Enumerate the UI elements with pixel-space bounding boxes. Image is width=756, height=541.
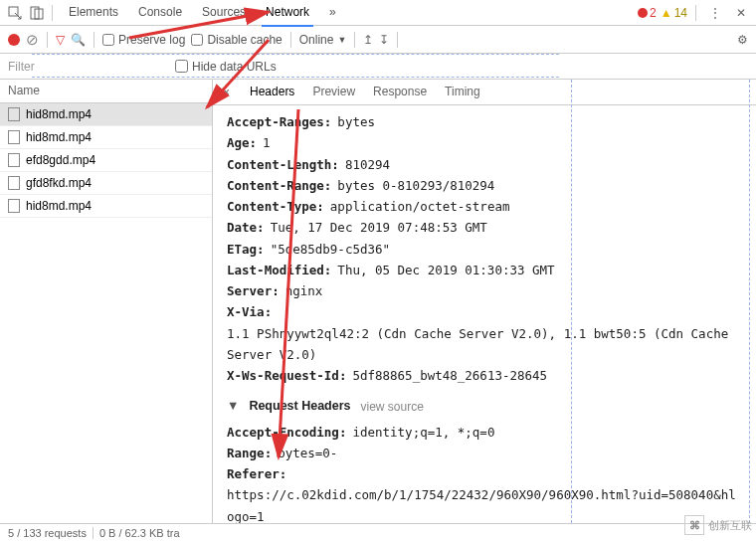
tab-overflow-icon[interactable]: »: [325, 0, 340, 26]
subtab-headers[interactable]: Headers: [248, 80, 296, 104]
status-transferred: 0 B / 62.3 KB tra: [99, 527, 180, 539]
status-requests: 5 / 133 requests: [8, 527, 87, 539]
main-tabs: Elements Console Sources Network »: [65, 0, 340, 26]
request-filename: efd8gdd.mp4: [26, 153, 95, 167]
file-icon: [8, 130, 20, 144]
request-row[interactable]: hid8md.mp4: [0, 103, 212, 126]
file-icon: [8, 176, 20, 190]
status-bar: 5 / 133 requests 0 B / 62.3 KB tra: [0, 523, 756, 541]
header-line: X-Via:1.1 PShnyywt2ql42:2 (Cdn Cache Ser…: [227, 301, 742, 365]
device-mode-icon[interactable]: [26, 2, 48, 24]
tab-elements[interactable]: Elements: [65, 0, 122, 26]
disable-cache-checkbox[interactable]: Disable cache: [191, 33, 282, 47]
throttling-select[interactable]: Online▼: [299, 33, 347, 47]
header-line: Range:bytes=0-: [227, 443, 742, 463]
header-line: Referer:https://c.02kdid.com/b/1/1754/22…: [227, 463, 742, 523]
clear-icon[interactable]: ⊘: [26, 31, 39, 49]
upload-icon[interactable]: ↥: [363, 33, 373, 47]
request-headers-section[interactable]: ▼ Request Headers view source: [227, 396, 742, 417]
header-line: X-Ws-Request-Id:5df88865_bwt48_26613-286…: [227, 365, 742, 386]
headers-content: Accept-Ranges:bytesAge:1Content-Length:8…: [213, 105, 756, 523]
tab-network[interactable]: Network: [262, 0, 313, 27]
subtab-preview[interactable]: Preview: [310, 80, 357, 104]
header-line: Age:1: [227, 132, 742, 153]
watermark-logo-icon: ⌘: [684, 515, 704, 535]
filter-bar: Hide data URLs: [0, 54, 756, 80]
request-row[interactable]: hid8md.mp4: [0, 195, 212, 218]
header-line: Content-Length:810294: [227, 154, 742, 175]
file-icon: [8, 153, 20, 167]
tab-sources[interactable]: Sources: [198, 0, 250, 26]
view-source-link[interactable]: view source: [361, 397, 424, 417]
request-filename: hid8md.mp4: [26, 107, 92, 121]
request-filename: hid8md.mp4: [26, 199, 92, 213]
hide-data-urls-checkbox[interactable]: Hide data URLs: [175, 60, 277, 74]
request-filename: gfd8fkd.mp4: [26, 176, 92, 190]
request-row[interactable]: efd8gdd.mp4: [0, 149, 212, 172]
header-line: Accept-Ranges:bytes: [227, 111, 742, 132]
file-icon: [8, 199, 20, 213]
devtools-topbar: Elements Console Sources Network » 2 ▲14…: [0, 0, 756, 26]
request-filename: hid8md.mp4: [26, 130, 92, 144]
filter-icon[interactable]: ▽: [56, 33, 65, 47]
error-badge[interactable]: 2: [638, 6, 657, 20]
header-line: Date:Tue, 17 Dec 2019 07:48:53 GMT: [227, 217, 742, 238]
request-list: hid8md.mp4hid8md.mp4efd8gdd.mp4gfd8fkd.m…: [0, 103, 212, 523]
name-column-header[interactable]: Name: [0, 80, 212, 103]
request-row[interactable]: hid8md.mp4: [0, 126, 212, 149]
subtab-response[interactable]: Response: [371, 80, 429, 104]
details-tabs: × Headers Preview Response Timing: [213, 80, 756, 105]
watermark: ⌘ 创新互联: [684, 515, 752, 535]
main-panel: Name hid8md.mp4hid8md.mp4efd8gdd.mp4gfd8…: [0, 80, 756, 523]
close-details-icon[interactable]: ×: [223, 86, 234, 99]
filter-input[interactable]: [8, 60, 167, 74]
search-icon[interactable]: 🔍: [71, 33, 86, 47]
settings-icon[interactable]: ⚙: [737, 33, 748, 47]
download-icon[interactable]: ↧: [379, 33, 389, 47]
subtab-timing[interactable]: Timing: [443, 80, 482, 104]
tab-console[interactable]: Console: [134, 0, 186, 26]
close-devtools-icon[interactable]: ✕: [730, 2, 752, 24]
request-list-panel: Name hid8md.mp4hid8md.mp4efd8gdd.mp4gfd8…: [0, 80, 213, 523]
file-icon: [8, 107, 20, 121]
header-line: Content-Range:bytes 0-810293/810294: [227, 175, 742, 196]
details-panel: × Headers Preview Response Timing Accept…: [213, 80, 756, 523]
header-line: Last-Modified:Thu, 05 Dec 2019 01:30:33 …: [227, 260, 742, 280]
header-line: Content-Type:application/octet-stream: [227, 196, 742, 217]
header-line: ETag:"5de85db9-c5d36": [227, 239, 742, 260]
preserve-log-checkbox[interactable]: Preserve log: [102, 33, 185, 47]
header-line: Server:nginx: [227, 280, 742, 301]
record-icon[interactable]: [8, 34, 20, 46]
network-toolbar: ⊘ ▽ 🔍 Preserve log Disable cache Online▼…: [0, 26, 756, 54]
warning-badge[interactable]: ▲14: [661, 6, 687, 20]
inspect-element-icon[interactable]: [4, 2, 26, 24]
request-row[interactable]: gfd8fkd.mp4: [0, 172, 212, 195]
more-menu-icon[interactable]: ⋮: [704, 2, 726, 24]
header-line: Accept-Encoding:identity;q=1, *;q=0: [227, 422, 742, 443]
